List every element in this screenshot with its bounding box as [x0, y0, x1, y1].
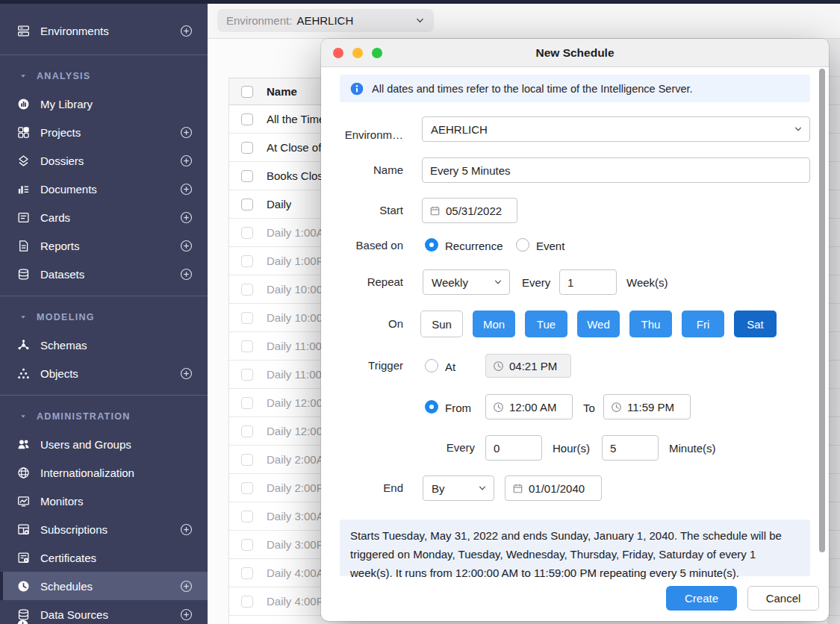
day-button-sat[interactable]: Sat [734, 311, 777, 337]
sidebar-item-objects[interactable]: Objects [0, 359, 208, 387]
row-checkbox[interactable] [241, 482, 253, 494]
add-icon[interactable] [179, 267, 193, 281]
sidebar-item-data-sources[interactable]: Data Sources [0, 600, 208, 624]
create-button[interactable]: Create [666, 586, 737, 611]
add-icon[interactable] [179, 366, 193, 380]
every-minutes-input[interactable] [602, 435, 659, 461]
row-name: Daily 1:00A [267, 226, 324, 239]
sidebar-item-dossiers[interactable]: Dossiers [0, 146, 208, 175]
repeat-every-input[interactable] [559, 269, 617, 295]
sidebar-item-reports[interactable]: Reports [0, 231, 208, 260]
row-checkbox[interactable] [241, 199, 253, 210]
sidebar-item-internationalization[interactable]: Internationalization [0, 458, 208, 487]
sidebar-item-projects[interactable]: Projects [0, 118, 208, 146]
chevron-down-icon [494, 278, 503, 287]
end-mode-select[interactable]: By [423, 475, 494, 501]
start-date-picker[interactable]: 05/31/2022 [422, 198, 517, 223]
sidebar-item-datasets[interactable]: Datasets [0, 260, 208, 288]
info-icon [350, 82, 364, 96]
clock-icon [493, 402, 504, 413]
end-date-picker[interactable]: 01/01/2040 [505, 475, 602, 501]
clock-icon [611, 402, 622, 413]
row-checkbox[interactable] [241, 511, 253, 522]
row-checkbox[interactable] [241, 454, 253, 466]
trigger-to-time-picker[interactable]: 11:59 PM [603, 394, 691, 419]
every-hours-input[interactable] [485, 435, 542, 461]
every-field-label: Every [400, 435, 475, 461]
recurrence-radio[interactable] [425, 238, 438, 252]
sidebar-item-environments[interactable]: Environments [0, 14, 208, 47]
row-checkbox[interactable] [241, 255, 253, 267]
add-icon[interactable] [179, 154, 193, 167]
chevron-down-icon [415, 16, 425, 25]
day-button-sun[interactable]: Sun [420, 311, 463, 337]
add-icon[interactable] [179, 522, 193, 536]
row-checkbox[interactable] [241, 596, 253, 608]
trigger-from-radio[interactable] [425, 400, 438, 414]
sidebar-item-cards[interactable]: Cards [0, 203, 208, 231]
add-icon[interactable] [179, 239, 193, 252]
day-button-mon[interactable]: Mon [473, 311, 515, 337]
sidebar-section-modeling[interactable]: MODELING [0, 304, 208, 331]
row-name: Daily 4:00P [267, 595, 324, 608]
select-all-checkbox[interactable] [241, 86, 253, 98]
row-checkbox[interactable] [241, 567, 253, 579]
row-checkbox[interactable] [241, 227, 253, 239]
trigger-at-radio[interactable] [425, 359, 438, 372]
row-checkbox[interactable] [241, 369, 253, 381]
trigger-to-label: To [583, 402, 595, 414]
sidebar-item-documents[interactable]: Documents [0, 175, 208, 203]
sidebar-item-subscriptions[interactable]: Subscriptions [0, 515, 208, 543]
environment-selector-label: Environment: [226, 14, 292, 27]
day-button-wed[interactable]: Wed [577, 311, 620, 337]
day-button-thu[interactable]: Thu [629, 311, 672, 337]
repeat-every-label: Every [522, 276, 550, 289]
on-field-label: On [329, 311, 403, 337]
sidebar-section-analysis[interactable]: ANALYSIS [0, 63, 208, 90]
row-name: Daily 3:00A [267, 510, 324, 522]
sidebar-item-schemas[interactable]: Schemas [0, 331, 208, 359]
day-button-tue[interactable]: Tue [525, 311, 567, 337]
schedules-icon [16, 579, 30, 593]
sidebar-item-certificates[interactable]: Certificates [0, 543, 208, 572]
row-checkbox[interactable] [241, 425, 253, 437]
dialog-scrollbar[interactable] [819, 69, 825, 552]
row-checkbox[interactable] [241, 113, 253, 125]
cancel-button[interactable]: Cancel [747, 586, 819, 611]
row-checkbox[interactable] [241, 312, 253, 324]
dialog-titlebar: New Schedule [321, 39, 829, 67]
row-name: All the Time [267, 113, 325, 125]
name-input[interactable] [422, 157, 810, 183]
sidebar-section-administration[interactable]: ADMINISTRATION [0, 403, 208, 430]
sidebar-item-monitors[interactable]: Monitors [0, 487, 208, 515]
environments-icon [16, 24, 30, 37]
sidebar-item-users-and-groups[interactable]: Users and Groups [0, 430, 208, 458]
add-icon[interactable] [179, 182, 193, 196]
event-radio[interactable] [516, 238, 529, 252]
repeat-select[interactable]: Weekly [423, 269, 510, 295]
row-checkbox[interactable] [241, 170, 253, 182]
sidebar-item-schedules[interactable]: Schedules [0, 572, 208, 600]
environment-selector[interactable]: Environment: AEHRLICH [217, 9, 434, 32]
sidebar-item-my-library[interactable]: My Library [0, 90, 208, 118]
window-top-strip [0, 0, 840, 4]
row-checkbox[interactable] [241, 539, 253, 551]
documents-icon [16, 182, 30, 196]
row-name: Daily [267, 198, 291, 210]
add-icon[interactable] [179, 125, 193, 139]
row-checkbox[interactable] [241, 142, 253, 154]
chevron-down-icon [19, 410, 27, 423]
environment-select[interactable]: AEHRLICH [422, 116, 810, 142]
trigger-field-label: Trigger [329, 354, 403, 378]
users-icon [16, 437, 30, 451]
add-icon[interactable] [179, 579, 193, 593]
add-icon[interactable] [179, 210, 193, 224]
day-button-fri[interactable]: Fri [682, 311, 724, 337]
chevron-down-icon [478, 484, 487, 493]
row-checkbox[interactable] [241, 340, 253, 352]
trigger-from-time-picker[interactable]: 12:00 AM [485, 394, 573, 419]
row-checkbox[interactable] [241, 397, 253, 409]
add-icon[interactable] [179, 608, 193, 621]
row-checkbox[interactable] [241, 284, 253, 296]
add-environment-icon[interactable] [179, 24, 193, 37]
